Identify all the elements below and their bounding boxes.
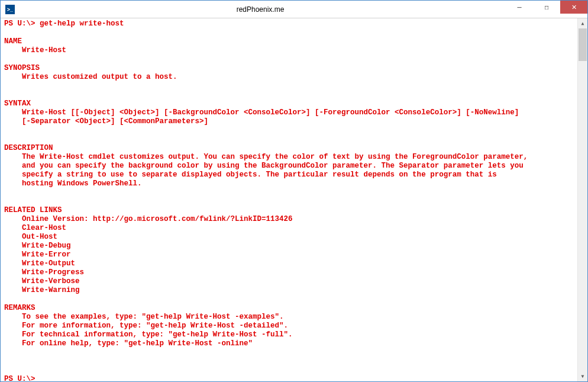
scroll-down-icon[interactable]: ▼ xyxy=(578,371,587,381)
section-value-description: The Write-Host cmdlet customizes output.… xyxy=(4,153,528,188)
section-value-related: Online Version: http://go.microsoft.com/… xyxy=(4,215,293,294)
minimize-button[interactable]: ─ xyxy=(506,1,533,14)
close-button[interactable]: ✕ xyxy=(560,1,587,14)
section-header-description: DESCRIPTION xyxy=(4,144,53,152)
prompt: PS U:\> xyxy=(4,20,40,28)
powershell-icon: >_ xyxy=(5,5,15,14)
titlebar[interactable]: >_ redPhoenix.me ─ □ ✕ xyxy=(1,1,587,18)
prompt: PS U:\> xyxy=(4,375,35,381)
section-header-related: RELATED LINKS xyxy=(4,206,62,214)
window-title: redPhoenix.me xyxy=(15,5,506,14)
maximize-button[interactable]: □ xyxy=(533,1,560,14)
window-controls: ─ □ ✕ xyxy=(506,1,587,18)
console-area: PS U:\> get-help write-host NAME Write-H… xyxy=(1,18,587,381)
vertical-scrollbar[interactable]: ▲ ▼ xyxy=(577,18,587,381)
section-header-remarks: REMARKS xyxy=(4,304,35,312)
section-header-name: NAME xyxy=(4,37,22,46)
section-header-syntax: SYNTAX xyxy=(4,99,31,108)
section-header-synopsis: SYNOPSIS xyxy=(4,64,40,72)
scrollbar-thumb[interactable] xyxy=(579,28,587,61)
scroll-up-icon[interactable]: ▲ xyxy=(578,18,587,28)
console-output[interactable]: PS U:\> get-help write-host NAME Write-H… xyxy=(1,18,577,381)
section-value-synopsis: Writes customized output to a host. xyxy=(4,73,177,81)
section-value-name: Write-Host xyxy=(4,46,66,54)
section-value-remarks: To see the examples, type: "get-help Wri… xyxy=(4,313,293,348)
icon-glyph: >_ xyxy=(7,7,13,12)
section-value-syntax: Write-Host [[-Object] <Object>] [-Backgr… xyxy=(4,108,519,126)
typed-command: get-help write-host xyxy=(40,20,124,28)
